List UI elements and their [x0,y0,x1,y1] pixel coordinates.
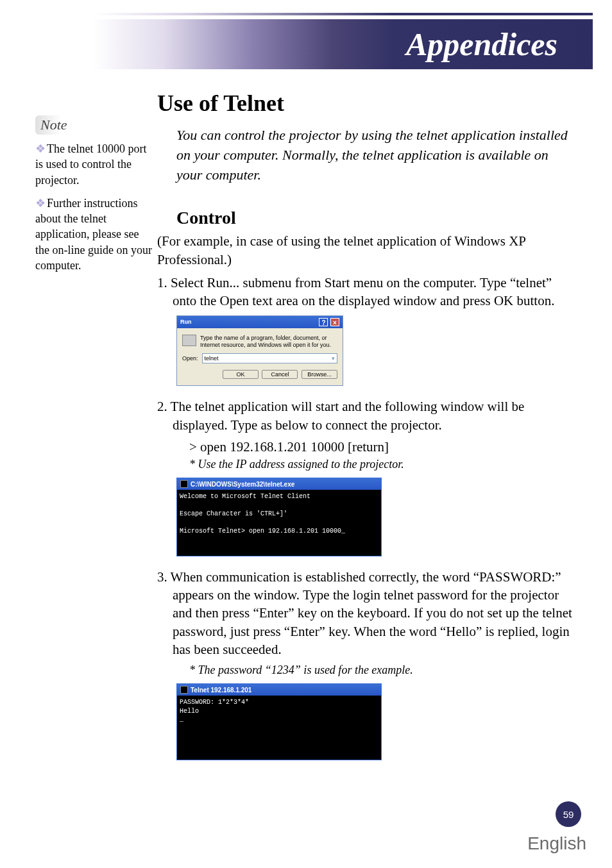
intro-text: You can control the projector by using t… [157,126,577,185]
main-content: Use of Telnet You can control the projec… [157,90,577,772]
terminal-2-body: PASSWORD: 1*2*3*4* Hello _ [177,696,381,760]
step-3: 3. When communication is established cor… [157,568,577,659]
page-number-badge: 59 [556,801,581,827]
t2-line3: _ [180,716,183,723]
titlebar-buttons: ? × [318,318,339,326]
terminal-1-body: Welcome to Microsoft Telnet Client Escap… [177,490,381,556]
terminal-icon [180,480,188,488]
note-1-text: The telnet 10000 port is used to control… [35,142,146,187]
step-1: 1. Select Run... submenu from Start menu… [157,274,577,310]
bullet-icon: ❖ [35,142,46,155]
open-input[interactable]: telnet ▾ [202,353,337,363]
browse-button[interactable]: Browse... [302,370,337,379]
run-app-icon [182,335,196,346]
terminal-icon [180,686,188,694]
run-description: Type the name of a program, folder, docu… [200,335,337,349]
chapter-title: Appendices [406,26,557,63]
open-input-value: telnet [205,355,219,362]
note-1: ❖The telnet 10000 port is used to contro… [35,141,154,188]
terminal-2: Telnet 192.168.1.201 PASSWORD: 1*2*3*4* … [176,683,382,760]
sub-title: Control [157,208,577,228]
bullet-icon: ❖ [35,197,46,210]
cancel-button[interactable]: Cancel [262,370,298,379]
example-note: (For example, in case of using the telne… [157,232,577,269]
sidebar-notes: Note ❖The telnet 10000 port is used to c… [35,115,154,281]
terminal-2-title: Telnet 192.168.1.201 [191,687,251,694]
terminal-1-titlebar: C:\WINDOWS\System32\telnet.exe [177,478,381,490]
close-icon[interactable]: × [330,318,339,326]
terminal-1: C:\WINDOWS\System32\telnet.exe Welcome t… [176,478,382,556]
run-dialog: Run ? × Type the name of a program, fold… [176,315,343,387]
t1-line3: Microsoft Telnet> open 192.168.1.201 100… [180,528,345,535]
section-title: Use of Telnet [157,90,577,117]
run-titlebar: Run ? × [177,316,343,328]
language-label: English [527,833,586,854]
dropdown-icon[interactable]: ▾ [332,355,335,362]
run-body: Type the name of a program, folder, docu… [177,328,343,386]
note-2-text: Further instructions about the telnet ap… [35,197,152,272]
ok-button[interactable]: OK [223,370,259,379]
note-label: Note [35,115,72,135]
header-accent-line [93,13,593,15]
help-icon[interactable]: ? [319,318,328,326]
t2-line2: Hello [180,708,199,715]
step-2: 2. The telnet application will start and… [157,397,577,434]
note-2: ❖Further instructions about the telnet a… [35,196,154,273]
header-band: Appendices [93,19,593,69]
step-3-footnote: * The password “1234” is used for the ex… [157,664,577,677]
t1-line1: Welcome to Microsoft Telnet Client [180,493,310,500]
run-title: Run [180,319,192,325]
open-label: Open: [182,355,198,362]
step-2-command: > open 192.168.1.201 10000 [return] [157,439,577,455]
terminal-2-titlebar: Telnet 192.168.1.201 [177,684,381,696]
terminal-1-title: C:\WINDOWS\System32\telnet.exe [191,481,294,488]
step-2-footnote: * Use the IP address assigned to the pro… [157,458,577,471]
t2-line1: PASSWORD: 1*2*3*4* [180,699,249,706]
t1-line2: Escape Character is 'CTRL+]' [180,510,287,517]
